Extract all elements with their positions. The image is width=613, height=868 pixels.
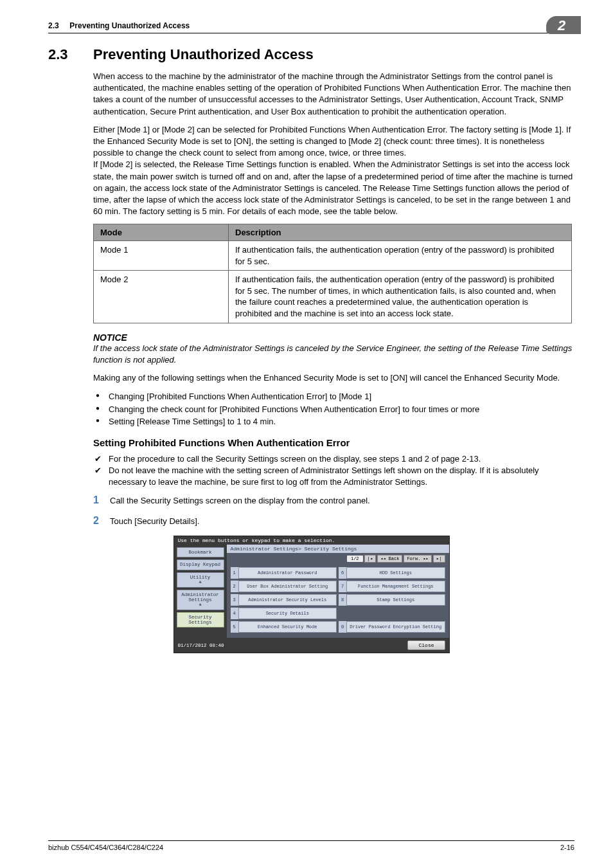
- step-text: Touch [Security Details].: [110, 516, 199, 526]
- section-heading: 2.3 Preventing Unauthorized Access: [48, 46, 574, 63]
- tab-bookmark[interactable]: Bookmark: [177, 547, 224, 557]
- bullet-item: Changing [Prohibited Functions When Auth…: [93, 390, 574, 403]
- ss-sidebar: Bookmark Display Keypad Utility▲ Adminis…: [174, 545, 227, 638]
- ss-breadcrumb: Administrator Settings> Security Setting…: [227, 545, 449, 553]
- chapter-badge: 2: [546, 16, 581, 34]
- nav-first-btn[interactable]: |◂: [364, 555, 376, 563]
- bullet-item: Changing the check count for [Prohibited…: [93, 403, 574, 416]
- tab-display-keypad[interactable]: Display Keypad: [177, 559, 224, 570]
- cell-mode: Mode 2: [94, 271, 229, 323]
- table-row: Mode 2 If authentication fails, the auth…: [94, 271, 572, 323]
- ss-footer: 01/17/2012 08:40 Close: [174, 638, 449, 653]
- step-list: 1 Call the Security Settings screen on t…: [93, 494, 574, 527]
- th-desc: Description: [229, 224, 572, 241]
- cell-desc: If authentication fails, the authenticat…: [229, 241, 572, 271]
- notice-heading: NOTICE: [93, 332, 574, 343]
- nav-back-btn[interactable]: ◂◂ Back: [377, 555, 402, 563]
- cell-mode: Mode 1: [94, 241, 229, 271]
- header-left: 2.3 Preventing Unauthorized Access: [48, 21, 190, 30]
- check-list: For the procedure to call the Security S…: [93, 453, 574, 489]
- bullet-item: Setting [Release Time Settings] to 1 to …: [93, 415, 574, 428]
- device-screenshot: Use the menu buttons or keypad to make a…: [173, 536, 450, 653]
- ss-pagination: 1/2 |◂ ◂◂ Back Forw. ▸▸ ▸|: [227, 553, 449, 565]
- ss-menu-grid: 1Administrator Password 6HDD Settings 2U…: [227, 565, 449, 638]
- paragraph-4: Making any of the following settings whe…: [93, 372, 574, 384]
- menu-item-admin-sec-levels[interactable]: 3Administrator Security Levels: [231, 594, 337, 606]
- page-footer: bizhub C554/C454/C364/C284/C224 2-16: [48, 840, 574, 851]
- table-row: Mode 1 If authentication fails, the auth…: [94, 241, 572, 271]
- step-item: 2 Touch [Security Details].: [93, 515, 574, 527]
- header-section-title: Preventing Unauthorized Access: [69, 21, 190, 30]
- bullet-list: Changing [Prohibited Functions When Auth…: [93, 390, 574, 428]
- menu-item-driver-pwd-enc[interactable]: 0Driver Password Encryption Setting: [339, 621, 445, 633]
- menu-item-user-box-admin[interactable]: 2User Box Administrator Setting: [231, 581, 337, 592]
- menu-item-hdd-settings[interactable]: 6HDD Settings: [339, 567, 445, 579]
- paragraph-2: Either [Mode 1] or [Mode 2] can be selec…: [93, 124, 574, 159]
- menu-item-admin-password[interactable]: 1Administrator Password: [231, 567, 337, 579]
- ss-datetime: 01/17/2012 08:40: [178, 643, 224, 648]
- tab-utility[interactable]: Utility▲: [177, 572, 224, 588]
- sub-heading: Setting Prohibited Functions When Authen…: [93, 437, 574, 448]
- check-item: For the procedure to call the Security S…: [93, 453, 574, 465]
- paragraph-1: When access to the machine by the admini…: [93, 71, 574, 118]
- up-arrow-icon: ▲: [179, 602, 222, 608]
- notice-text: If the access lock state of the Administ…: [93, 343, 574, 366]
- section-number: 2.3: [48, 46, 93, 63]
- nav-last-btn[interactable]: ▸|: [433, 555, 445, 563]
- page-indicator: 1/2: [347, 556, 363, 562]
- mode-table: Mode Description Mode 1 If authenticatio…: [93, 224, 572, 323]
- step-number: 2: [93, 515, 110, 527]
- close-button[interactable]: Close: [407, 640, 445, 650]
- paragraph-3: If [Mode 2] is selected, the Release Tim…: [93, 159, 574, 217]
- step-number: 1: [93, 494, 110, 506]
- step-item: 1 Call the Security Settings screen on t…: [93, 494, 574, 506]
- step-text: Call the Security Settings screen on the…: [110, 496, 370, 505]
- tab-administrator-settings[interactable]: Administrator Settings▲: [177, 590, 224, 610]
- ss-instruction: Use the menu buttons or keypad to make a…: [174, 536, 449, 545]
- menu-item-security-details[interactable]: 4Security Details: [231, 608, 337, 619]
- th-mode: Mode: [94, 224, 229, 241]
- page-header: 2.3 Preventing Unauthorized Access 2: [48, 18, 574, 33]
- section-title: Preventing Unauthorized Access: [93, 46, 314, 63]
- footer-page-num: 2-16: [560, 844, 574, 851]
- check-item: Do not leave the machine with the settin…: [93, 465, 574, 488]
- nav-forw-btn[interactable]: Forw. ▸▸: [404, 555, 432, 563]
- menu-item-function-mgmt[interactable]: 7Function Management Settings: [339, 581, 445, 592]
- footer-model: bizhub C554/C454/C364/C284/C224: [48, 844, 163, 851]
- header-section-num: 2.3: [48, 21, 59, 30]
- menu-item-enhanced-sec-mode[interactable]: 5Enhanced Security Mode: [231, 621, 337, 633]
- tab-security-settings[interactable]: Security Settings: [177, 612, 224, 628]
- up-arrow-icon: ▲: [179, 580, 222, 585]
- menu-item-stamp-settings[interactable]: 8Stamp Settings: [339, 594, 445, 606]
- cell-desc: If authentication fails, the authenticat…: [229, 271, 572, 323]
